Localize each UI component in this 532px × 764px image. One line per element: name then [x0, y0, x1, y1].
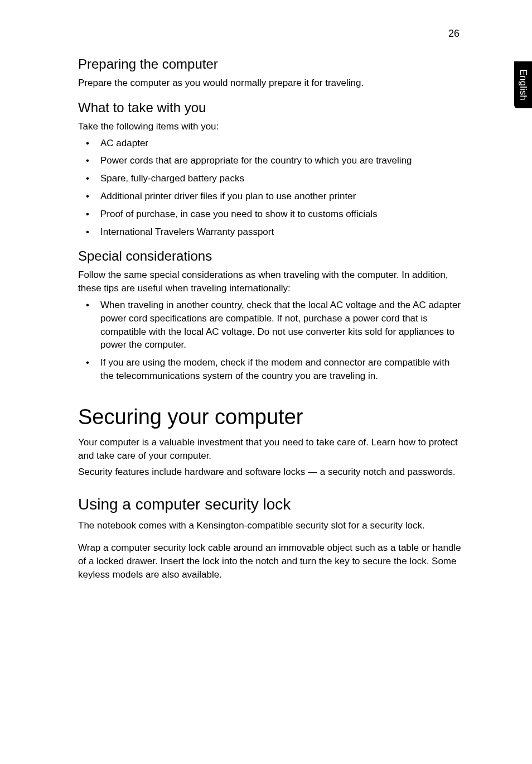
page-number: 26	[78, 28, 465, 40]
intro-special: Follow the same special considerations a…	[78, 268, 465, 295]
list-item: International Travelers Warranty passpor…	[78, 225, 465, 239]
list-item: If you are using the modem, check if the…	[78, 356, 465, 383]
body-preparing: Prepare the computer as you would normal…	[78, 76, 465, 90]
body-securing-1: Your computer is a valuable investment t…	[78, 436, 465, 463]
list-item: Spare, fully-charged battery packs	[78, 172, 465, 185]
body-security-lock-1: The notebook comes with a Kensington-com…	[78, 519, 465, 532]
list-special: When traveling in another country, check…	[78, 299, 465, 383]
list-item: When traveling in another country, check…	[78, 299, 465, 352]
list-item: Power cords that are appropriate for the…	[78, 154, 465, 167]
heading-preparing: Preparing the computer	[78, 56, 465, 72]
list-item: Additional printer driver files if you p…	[78, 190, 465, 203]
list-item: Proof of purchase, in case you need to s…	[78, 208, 465, 221]
list-what-to-take: AC adapter Power cords that are appropri…	[78, 137, 465, 239]
heading-what-to-take: What to take with you	[78, 100, 465, 116]
intro-what-to-take: Take the following items with you:	[78, 120, 465, 133]
list-item: AC adapter	[78, 137, 465, 150]
heading-security-lock: Using a computer security lock	[78, 496, 465, 513]
heading-securing: Securing your computer	[78, 405, 465, 429]
heading-special: Special considerations	[78, 248, 465, 264]
language-tab: English	[514, 61, 532, 108]
body-securing-2: Security features include hardware and s…	[78, 465, 465, 479]
body-security-lock-2: Wrap a computer security lock cable arou…	[78, 541, 465, 581]
